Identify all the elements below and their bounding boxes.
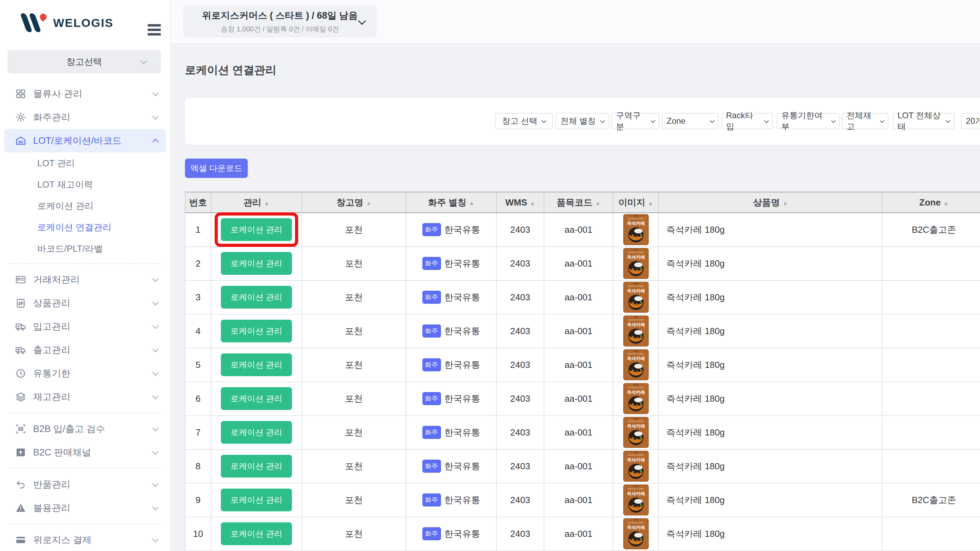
sort-asc-icon[interactable]: ▲	[783, 200, 788, 206]
sidebar-item[interactable]: 거래처관리	[0, 268, 170, 291]
sidebar-item[interactable]: 물류사 관리	[0, 82, 170, 105]
shipper-name: 한국유통	[444, 224, 480, 235]
wms-cell: 2403	[496, 449, 544, 483]
sort-asc-icon[interactable]: ▲	[595, 200, 600, 206]
location-manage-button[interactable]: 로케이션 관리	[221, 353, 292, 376]
product-name-cell: 즉석카레 180g	[659, 483, 882, 517]
column-header-label: 관리	[243, 197, 262, 208]
grid-icon	[15, 88, 27, 100]
location-manage-button[interactable]: 로케이션 관리	[221, 489, 292, 511]
column-header[interactable]: 이미지▲	[613, 192, 659, 213]
wms-cell: 2403	[496, 213, 544, 246]
excel-download-button[interactable]: 엑셀 다운로드	[185, 159, 248, 178]
clipboard-icon	[15, 297, 27, 309]
chevron-down-icon	[651, 118, 655, 123]
column-header-label: WMS	[505, 197, 527, 208]
sort-asc-icon[interactable]: ▲	[648, 200, 653, 206]
sidebar-subitem[interactable]: 바코드/PLT/라벨	[0, 238, 170, 259]
sidebar-item-label: 재고관리	[33, 391, 70, 403]
zone-cell	[882, 517, 980, 551]
warehouse-select-button[interactable]: 창고선택	[8, 50, 161, 73]
warehouse-icon	[15, 135, 27, 146]
sidebar-item[interactable]: 재고관리	[0, 385, 170, 409]
column-header[interactable]: 품목코드▲	[544, 192, 613, 213]
filter-select[interactable]: 20개	[961, 113, 980, 129]
svg-text:즉석카레: 즉석카레	[627, 254, 645, 260]
filter-select[interactable]: Rack타입	[722, 113, 773, 129]
image-cell[interactable]: INSTANT CURRY즉석카레	[613, 280, 659, 314]
sidebar-subitem[interactable]: 로케이션 연결관리	[0, 216, 170, 238]
shipper-badge: 화주	[422, 291, 441, 304]
image-cell[interactable]: INSTANT CURRY즉석카레	[613, 246, 659, 280]
sidebar-item[interactable]: 반품관리	[0, 473, 170, 496]
column-header[interactable]: 창고명▲	[302, 192, 406, 213]
chevron-down-icon	[152, 393, 158, 399]
sidebar-item[interactable]: 위로지스 결제	[0, 528, 170, 551]
column-header[interactable]: Zone▲	[882, 192, 980, 213]
sort-asc-icon[interactable]: ▲	[366, 200, 371, 206]
product-image: INSTANT CURRY즉석카레	[622, 349, 650, 381]
sort-asc-icon[interactable]: ▲	[530, 200, 535, 206]
svg-text:INSTANT CURRY: INSTANT CURRY	[627, 386, 644, 389]
sidebar-item[interactable]: 화주관리	[0, 105, 170, 129]
location-manage-button[interactable]: 로케이션 관리	[221, 522, 292, 545]
image-cell[interactable]: INSTANT CURRY즉석카레	[613, 416, 659, 449]
sort-asc-icon[interactable]: ▲	[469, 200, 474, 206]
column-header[interactable]: WMS▲	[496, 192, 544, 213]
brand-logo[interactable]: WELOGIS	[18, 13, 113, 33]
image-cell[interactable]: INSTANT CURRY즉석카레	[613, 314, 659, 348]
sidebar-item[interactable]: 상품관리	[0, 291, 170, 315]
sidebar-item[interactable]: B2C 판매채널	[0, 441, 170, 464]
image-cell[interactable]: INSTANT CURRY즉석카레	[613, 449, 659, 483]
shipper-name: 한국유통	[444, 529, 480, 539]
warehouse-cell: 포천	[302, 416, 406, 449]
svg-text:INSTANT CURRY: INSTANT CURRY	[627, 319, 644, 321]
location-manage-button[interactable]: 로케이션 관리	[221, 387, 292, 410]
sort-asc-icon[interactable]: ▲	[264, 200, 269, 206]
plan-dropdown[interactable]: 위로지스커머스 ( 스타트 ) / 68일 남음 송장 1,000건 / 알림톡…	[183, 6, 377, 38]
main-area: 위로지스커머스 ( 스타트 ) / 68일 남음 송장 1,000건 / 알림톡…	[171, 0, 980, 551]
filter-select[interactable]: 구역구분	[611, 113, 659, 129]
image-cell[interactable]: INSTANT CURRY즉석카레	[613, 213, 659, 246]
chevron-down-icon	[880, 118, 885, 123]
sidebar-subitem[interactable]: LOT 관리	[0, 152, 170, 174]
column-header[interactable]: 관리▲	[211, 192, 302, 213]
item-code-cell: aa-001	[544, 517, 613, 551]
filter-select[interactable]: 창고 선택	[495, 113, 553, 129]
location-manage-button[interactable]: 로케이션 관리	[221, 252, 292, 275]
image-cell[interactable]: INSTANT CURRY즉석카레	[613, 382, 659, 416]
sidebar-item[interactable]: 불용관리	[0, 496, 170, 519]
sidebar-item[interactable]: LOT/로케이션/바코드	[4, 129, 166, 152]
column-header: 번호	[185, 192, 211, 213]
zone-cell	[882, 416, 980, 449]
sidebar-item[interactable]: 유통기한	[0, 362, 170, 385]
sidebar-item[interactable]: 입고관리	[0, 315, 170, 338]
filter-select[interactable]: 유통기한여부	[777, 113, 840, 129]
location-manage-button[interactable]: 로케이션 관리	[221, 455, 292, 478]
sidebar-item[interactable]: B2B 입/출고 검수	[0, 417, 170, 441]
location-manage-button[interactable]: 로케이션 관리	[221, 421, 292, 444]
column-header[interactable]: 상품명▲	[659, 192, 882, 213]
filter-select[interactable]: Zone	[662, 113, 718, 129]
menu-toggle-icon[interactable]	[148, 24, 161, 36]
sidebar-subitem[interactable]: LOT 재고이력	[0, 174, 170, 195]
sidebar-item[interactable]: 출고관리	[0, 338, 170, 362]
image-cell[interactable]: INSTANT CURRY즉석카레	[613, 483, 659, 517]
image-cell[interactable]: INSTANT CURRY즉석카레	[613, 348, 659, 382]
sidebar-subitem[interactable]: 로케이션 관리	[0, 195, 170, 216]
filter-select[interactable]: 전체재고	[842, 113, 888, 129]
location-table: 번호관리▲창고명▲화주 별칭▲WMS▲품목코드▲이미지▲상품명▲Zone▲ 1로…	[185, 192, 980, 551]
image-cell[interactable]: INSTANT CURRY즉석카레	[613, 517, 659, 551]
filter-select[interactable]: LOT 전체상태	[893, 113, 954, 129]
shipper-badge: 화주	[422, 324, 441, 338]
sidebar-item-label: 유통기한	[33, 367, 70, 380]
chevron-down-icon	[152, 480, 158, 486]
wms-cell: 2403	[496, 483, 544, 517]
location-manage-button[interactable]: 로케이션 관리	[221, 286, 292, 309]
sort-asc-icon[interactable]: ▲	[943, 200, 948, 206]
location-manage-button[interactable]: 로케이션 관리	[221, 218, 292, 241]
column-header-label: Zone	[919, 197, 941, 208]
location-manage-button[interactable]: 로케이션 관리	[221, 320, 292, 342]
column-header[interactable]: 화주 별칭▲	[406, 192, 496, 213]
filter-select[interactable]: 전체 별칭	[555, 113, 609, 129]
